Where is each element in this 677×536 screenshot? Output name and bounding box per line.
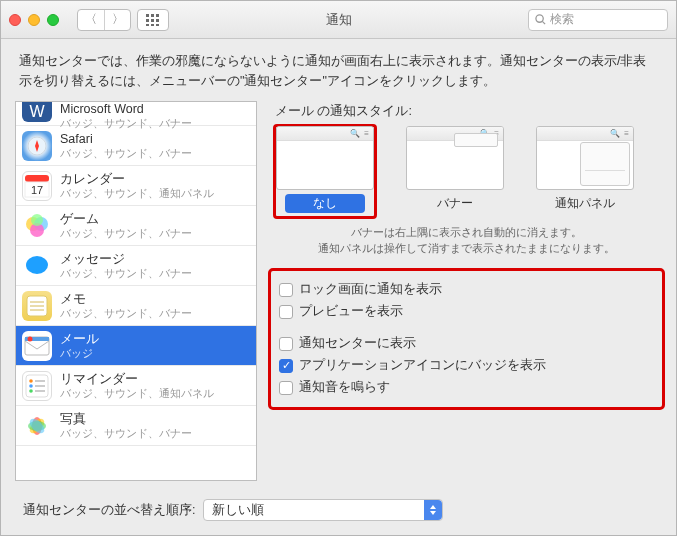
checkbox[interactable] — [279, 305, 293, 319]
sort-label: 通知センターの並べ替え順序: — [23, 502, 195, 519]
sidebar-item-mail[interactable]: メール バッジ — [16, 326, 256, 366]
messages-icon — [22, 251, 52, 281]
footer: 通知センターの並べ替え順序: 新しい順 — [1, 489, 676, 535]
sidebar-item-notes[interactable]: メモ バッジ、サウンド、バナー — [16, 286, 256, 326]
svg-point-19 — [31, 214, 43, 226]
search-icon — [535, 14, 546, 25]
close-button[interactable] — [9, 14, 21, 26]
svg-rect-6 — [146, 24, 149, 26]
sort-value: 新しい順 — [212, 502, 264, 519]
sidebar-item-messages[interactable]: メッセージ バッジ、サウンド、バナー — [16, 246, 256, 286]
alert-style-label: メール の通知スタイル: — [275, 103, 662, 120]
sort-order-select[interactable]: 新しい順 — [203, 499, 443, 521]
alert-style-none[interactable]: 🔍≡ なし — [275, 126, 375, 217]
sidebar-item-label: Safari — [60, 132, 192, 147]
sidebar-item-word[interactable]: W Microsoft Word バッジ、サウンド、バナー — [16, 102, 256, 126]
opt-lockscreen[interactable]: ロック画面に通知を表示 — [279, 279, 654, 301]
sidebar-item-label: Microsoft Word — [60, 102, 192, 117]
gamecenter-icon — [22, 211, 52, 241]
photos-icon — [22, 411, 52, 441]
sidebar-item-sub: バッジ、サウンド、バナー — [60, 117, 192, 130]
traffic-lights — [9, 14, 59, 26]
sidebar-item-safari[interactable]: Safari バッジ、サウンド、バナー — [16, 126, 256, 166]
description-text: 通知センターでは、作業の邪魔にならないように通知が画面右上に表示されます。通知セ… — [1, 39, 676, 101]
svg-point-27 — [28, 336, 33, 341]
sidebar-item-game[interactable]: ゲーム バッジ、サウンド、バナー — [16, 206, 256, 246]
hint-text: バナーは右上隅に表示され自動的に消えます。 通知パネルは操作して消すまで表示され… — [271, 225, 662, 257]
forward-button[interactable]: 〉 — [104, 10, 130, 30]
chevron-updown-icon — [424, 500, 442, 520]
svg-point-9 — [536, 15, 543, 22]
sidebar-item-label: メール — [60, 332, 99, 347]
preferences-window: 〈 〉 通知 検索 通知センターでは、作業の邪魔にならないように通知が画面右上に… — [0, 0, 677, 536]
options-box: ロック画面に通知を表示 プレビューを表示 通知センターに表示 ✓ アプリケーショ… — [271, 271, 662, 407]
main-content: W Microsoft Word バッジ、サウンド、バナー Safari バッジ… — [1, 101, 676, 489]
thumb-none: 🔍≡ — [276, 126, 374, 190]
zoom-button[interactable] — [47, 14, 59, 26]
titlebar: 〈 〉 通知 検索 — [1, 1, 676, 39]
window-title: 通知 — [326, 11, 352, 29]
back-button[interactable]: 〈 — [78, 10, 104, 30]
sidebar-item-label: メモ — [60, 292, 192, 307]
sidebar-item-calendar[interactable]: 17 カレンダー バッジ、サウンド、通知パネル — [16, 166, 256, 206]
reminders-icon — [22, 371, 52, 401]
svg-rect-5 — [156, 19, 159, 22]
checkbox[interactable] — [279, 337, 293, 351]
svg-rect-1 — [151, 14, 154, 17]
checkbox[interactable] — [279, 381, 293, 395]
svg-point-29 — [29, 379, 33, 383]
search-input[interactable]: 検索 — [528, 9, 668, 31]
sidebar-item-sub: バッジ、サウンド、バナー — [60, 427, 192, 440]
opt-label: ロック画面に通知を表示 — [299, 281, 442, 298]
sidebar-item-label: 写真 — [60, 412, 192, 427]
thumb-banner: 🔍≡ — [406, 126, 504, 190]
sidebar-item-label: ゲーム — [60, 212, 192, 227]
style-label-none: なし — [285, 194, 365, 213]
app-list[interactable]: W Microsoft Word バッジ、サウンド、バナー Safari バッジ… — [15, 101, 257, 481]
sidebar-item-photos[interactable]: 写真 バッジ、サウンド、バナー — [16, 406, 256, 446]
svg-rect-3 — [146, 19, 149, 22]
svg-point-31 — [29, 389, 33, 393]
svg-text:17: 17 — [31, 184, 43, 196]
mail-icon — [22, 331, 52, 361]
alert-style-options: 🔍≡ なし 🔍≡ バナー 🔍≡ 通知パネル — [275, 126, 662, 217]
svg-rect-2 — [156, 14, 159, 17]
sidebar-item-label: メッセージ — [60, 252, 192, 267]
sidebar-item-sub: バッジ、サウンド、バナー — [60, 307, 192, 320]
word-icon: W — [22, 102, 52, 122]
notification-settings: メール の通知スタイル: 🔍≡ なし 🔍≡ バナー — [271, 101, 662, 481]
style-label-alert: 通知パネル — [545, 194, 625, 213]
search-placeholder: 検索 — [550, 11, 574, 28]
alert-style-alert[interactable]: 🔍≡ 通知パネル — [535, 126, 635, 217]
nav-buttons: 〈 〉 — [77, 9, 169, 31]
svg-rect-8 — [156, 24, 159, 26]
svg-rect-0 — [146, 14, 149, 17]
svg-line-10 — [542, 21, 545, 24]
svg-rect-4 — [151, 19, 154, 22]
svg-rect-7 — [151, 24, 154, 26]
thumb-alert: 🔍≡ — [536, 126, 634, 190]
show-all-button[interactable] — [137, 9, 169, 31]
opt-preview[interactable]: プレビューを表示 — [279, 301, 654, 323]
opt-notification-center[interactable]: 通知センターに表示 — [279, 333, 654, 355]
opt-label: アプリケーションアイコンにバッジを表示 — [299, 357, 546, 374]
back-forward[interactable]: 〈 〉 — [77, 9, 131, 31]
notes-icon — [22, 291, 52, 321]
sidebar-item-label: リマインダー — [60, 372, 214, 387]
svg-point-30 — [29, 384, 33, 388]
opt-badge[interactable]: ✓ アプリケーションアイコンにバッジを表示 — [279, 355, 654, 377]
sidebar-item-label: カレンダー — [60, 172, 214, 187]
sidebar-item-sub: バッジ、サウンド、バナー — [60, 147, 192, 160]
sidebar-item-sub: バッジ、サウンド、バナー — [60, 267, 192, 280]
style-label-banner: バナー — [415, 194, 495, 213]
opt-sound[interactable]: 通知音を鳴らす — [279, 377, 654, 399]
svg-rect-13 — [25, 175, 49, 182]
minimize-button[interactable] — [28, 14, 40, 26]
sidebar-item-sub: バッジ、サウンド、通知パネル — [60, 387, 214, 400]
sidebar-item-reminders[interactable]: リマインダー バッジ、サウンド、通知パネル — [16, 366, 256, 406]
alert-style-banner[interactable]: 🔍≡ バナー — [405, 126, 505, 217]
checkbox[interactable] — [279, 283, 293, 297]
calendar-icon: 17 — [22, 171, 52, 201]
checkbox[interactable]: ✓ — [279, 359, 293, 373]
sidebar-item-sub: バッジ、サウンド、バナー — [60, 227, 192, 240]
